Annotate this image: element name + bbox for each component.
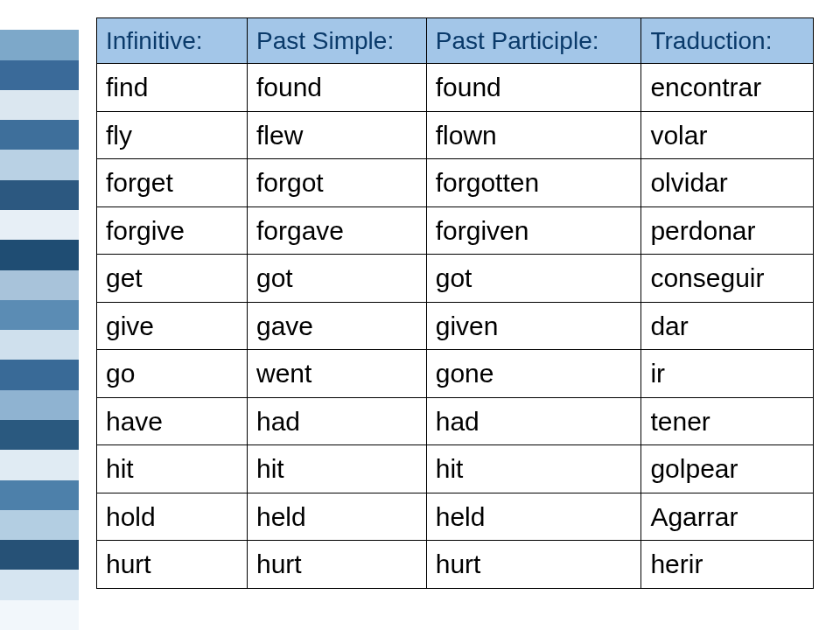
stripe-8 xyxy=(0,240,79,270)
cell-traduction: dar xyxy=(641,302,814,350)
cell-past-simple: forgot xyxy=(247,159,426,207)
stripe-15 xyxy=(0,450,79,480)
stripe-16 xyxy=(0,480,79,510)
stripe-20 xyxy=(0,600,79,630)
table-row: givegavegivendar xyxy=(97,302,814,350)
cell-infinitive: go xyxy=(97,350,248,398)
col-header-infinitive: Infinitive: xyxy=(97,18,248,64)
cell-traduction: conseguir xyxy=(641,255,814,303)
table-row: getgotgotconseguir xyxy=(97,255,814,303)
cell-infinitive: hit xyxy=(97,445,248,494)
stripe-13 xyxy=(0,390,79,420)
cell-past-participle: given xyxy=(426,302,641,350)
verb-table-body: findfoundfoundencontrarflyflewflownvolar… xyxy=(97,64,814,589)
cell-infinitive: fly xyxy=(97,111,248,159)
verb-table-container: Infinitive: Past Simple: Past Participle… xyxy=(96,18,814,589)
table-row: havehadhadtener xyxy=(97,397,814,445)
stripe-6 xyxy=(0,180,79,210)
cell-past-simple: hurt xyxy=(247,541,426,589)
stripe-9 xyxy=(0,270,79,300)
cell-traduction: perdonar xyxy=(641,206,814,255)
cell-traduction: herir xyxy=(641,541,814,589)
col-header-traduction: Traduction: xyxy=(641,18,814,64)
cell-traduction: ir xyxy=(641,350,814,398)
cell-past-participle: forgiven xyxy=(426,206,641,255)
table-row: forgetforgotforgottenolvidar xyxy=(97,159,814,207)
cell-infinitive: find xyxy=(97,64,248,112)
stripe-10 xyxy=(0,300,79,330)
cell-past-participle: held xyxy=(426,493,641,541)
cell-infinitive: forget xyxy=(97,159,248,207)
cell-traduction: olvidar xyxy=(641,159,814,207)
cell-traduction: Agarrar xyxy=(641,493,814,541)
stripe-4 xyxy=(0,120,79,150)
cell-traduction: golpear xyxy=(641,445,814,494)
table-row: gowentgoneir xyxy=(97,350,814,398)
col-header-past-simple: Past Simple: xyxy=(247,18,426,64)
cell-past-simple: flew xyxy=(247,111,426,159)
table-row: findfoundfoundencontrar xyxy=(97,64,814,112)
table-header-row: Infinitive: Past Simple: Past Participle… xyxy=(97,18,814,64)
stripe-0 xyxy=(0,0,79,30)
stripe-3 xyxy=(0,90,79,120)
cell-traduction: volar xyxy=(641,111,814,159)
cell-past-simple: gave xyxy=(247,302,426,350)
cell-past-simple: had xyxy=(247,397,426,445)
stripe-7 xyxy=(0,210,79,240)
table-row: forgiveforgaveforgivenperdonar xyxy=(97,206,814,255)
cell-past-simple: found xyxy=(247,64,426,112)
stripe-17 xyxy=(0,510,79,540)
stripe-14 xyxy=(0,420,79,450)
cell-past-participle: got xyxy=(426,255,641,303)
table-row: flyflewflownvolar xyxy=(97,111,814,159)
stripe-5 xyxy=(0,150,79,179)
table-row: hurthurthurtherir xyxy=(97,541,814,589)
cell-past-participle: forgotten xyxy=(426,159,641,207)
stripe-12 xyxy=(0,360,79,389)
stripe-18 xyxy=(0,540,79,570)
cell-infinitive: hold xyxy=(97,493,248,541)
cell-past-simple: held xyxy=(247,493,426,541)
cell-past-participle: flown xyxy=(426,111,641,159)
cell-past-simple: went xyxy=(247,350,426,398)
cell-infinitive: get xyxy=(97,255,248,303)
stripe-19 xyxy=(0,570,79,599)
stripe-2 xyxy=(0,60,79,90)
cell-traduction: tener xyxy=(641,397,814,445)
cell-past-participle: gone xyxy=(426,350,641,398)
cell-past-participle: hurt xyxy=(426,541,641,589)
table-row: holdheldheldAgarrar xyxy=(97,493,814,541)
cell-past-participle: found xyxy=(426,64,641,112)
stripe-1 xyxy=(0,30,79,60)
cell-past-participle: had xyxy=(426,397,641,445)
table-row: hithithitgolpear xyxy=(97,445,814,494)
cell-past-participle: hit xyxy=(426,445,641,494)
cell-past-simple: forgave xyxy=(247,206,426,255)
cell-infinitive: forgive xyxy=(97,206,248,255)
verb-table: Infinitive: Past Simple: Past Participle… xyxy=(96,18,814,589)
cell-past-simple: got xyxy=(247,255,426,303)
stripe-11 xyxy=(0,330,79,360)
cell-infinitive: have xyxy=(97,397,248,445)
decorative-left-stripes xyxy=(0,0,79,630)
col-header-past-participle: Past Participle: xyxy=(426,18,641,64)
cell-infinitive: give xyxy=(97,302,248,350)
cell-infinitive: hurt xyxy=(97,541,248,589)
cell-traduction: encontrar xyxy=(641,64,814,112)
cell-past-simple: hit xyxy=(247,445,426,494)
